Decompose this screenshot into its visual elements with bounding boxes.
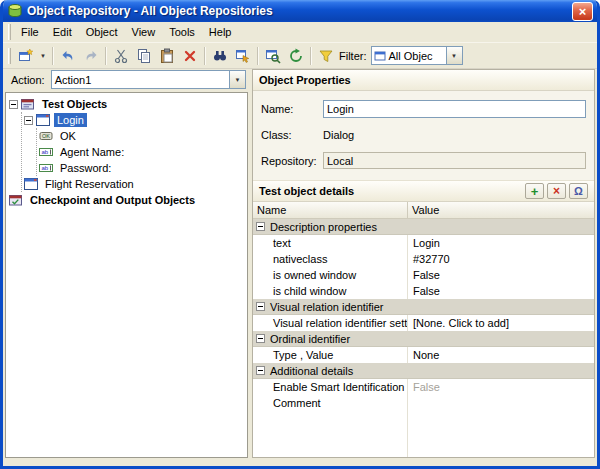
property-value: False <box>408 381 594 393</box>
property-row[interactable]: text Login <box>253 235 594 251</box>
collapse-icon[interactable] <box>9 100 18 109</box>
property-name: is child window <box>253 285 408 297</box>
new-object-button[interactable] <box>14 45 37 67</box>
delete-button[interactable] <box>178 45 201 67</box>
collapse-icon[interactable] <box>256 302 265 311</box>
svg-text:ab: ab <box>42 165 49 171</box>
tree-item-label: Login <box>54 113 87 127</box>
edit-field-icon: ab <box>39 146 54 158</box>
menu-grip[interactable] <box>8 24 11 40</box>
svg-text:OK: OK <box>42 133 50 139</box>
undo-icon <box>60 48 76 64</box>
remove-icon: × <box>553 185 560 197</box>
highlight-in-application-button[interactable] <box>231 45 254 67</box>
property-name: Comment <box>253 397 408 409</box>
cut-button[interactable] <box>109 45 132 67</box>
name-input[interactable] <box>323 100 586 118</box>
locate-in-repository-button[interactable] <box>261 45 284 67</box>
edit-field-icon: ab <box>39 162 54 174</box>
tree-item-login[interactable]: Login <box>24 112 247 128</box>
property-row[interactable]: is owned window False <box>253 267 594 283</box>
menu-object[interactable]: Object <box>79 22 125 42</box>
group-label: Visual relation identifier <box>270 301 384 313</box>
menu-file[interactable]: File <box>14 22 46 42</box>
property-name: is owned window <box>253 269 408 281</box>
menu-tools[interactable]: Tools <box>162 22 202 42</box>
menu-bar: File Edit Object View Tools Help <box>3 22 597 42</box>
group-label: Ordinal identifier <box>270 333 350 345</box>
tree-item-test-objects[interactable]: Test Objects <box>9 96 247 112</box>
find-button[interactable] <box>208 45 231 67</box>
remove-property-button[interactable]: × <box>547 183 566 199</box>
table-header: Name Value <box>253 202 594 219</box>
highlight-icon <box>235 48 251 64</box>
action-combobox-arrow[interactable]: ▼ <box>229 71 245 88</box>
undo-button[interactable] <box>56 45 79 67</box>
menu-edit[interactable]: Edit <box>46 22 79 42</box>
column-header-value[interactable]: Value <box>408 202 594 218</box>
property-value: Login <box>408 237 594 249</box>
property-row[interactable]: Visual relation identifier settings [Non… <box>253 315 594 331</box>
collapse-icon[interactable] <box>256 222 265 231</box>
tree-item-password[interactable]: ab Password: <box>39 160 247 176</box>
toolbar-separator <box>105 47 106 65</box>
restore-default-button[interactable]: Ω <box>569 183 588 199</box>
tree-item-agent-name[interactable]: ab Agent Name: <box>39 144 247 160</box>
tree-item-ok[interactable]: OK OK <box>39 128 247 144</box>
property-group-row[interactable]: Description properties <box>253 219 594 235</box>
filter-button[interactable] <box>314 45 337 67</box>
toolbar-grip[interactable] <box>8 48 11 64</box>
copy-icon <box>136 48 152 64</box>
tree-item-label: OK <box>57 129 79 143</box>
property-row[interactable]: Enable Smart Identification False <box>253 379 594 395</box>
right-panel: Object Properties Name: Class: Dialog Re… <box>252 69 595 458</box>
property-name: nativeclass <box>253 253 408 265</box>
property-value: False <box>408 269 594 281</box>
tree-children-login: OK OK ab <box>36 128 247 176</box>
new-object-dropdown[interactable]: ▼ <box>37 45 49 67</box>
property-group-row[interactable]: Visual relation identifier <box>253 299 594 315</box>
paste-button[interactable] <box>155 45 178 67</box>
close-button[interactable]: × <box>572 2 593 21</box>
title-bar[interactable]: Object Repository - All Object Repositor… <box>3 0 597 22</box>
filter-combobox[interactable]: All Objec ▼ <box>371 46 463 65</box>
redo-icon <box>83 48 99 64</box>
test-objects-icon <box>21 98 36 110</box>
left-panel: Action: Action1 ▼ <box>5 69 248 458</box>
property-row[interactable]: Comment <box>253 395 594 411</box>
tree-item-flight-reservation[interactable]: Flight Reservation <box>24 176 247 192</box>
collapse-icon[interactable] <box>256 334 265 343</box>
new-object-icon <box>18 48 34 64</box>
update-from-application-button[interactable] <box>284 45 307 67</box>
redo-button[interactable] <box>79 45 102 67</box>
property-group-row[interactable]: Ordinal identifier <box>253 331 594 347</box>
property-group-row[interactable]: Additional details <box>253 363 594 379</box>
tree-item-label: Agent Name: <box>57 145 127 159</box>
tree-children-test-objects: Login OK OK <box>21 112 247 192</box>
filter-icon <box>318 48 334 64</box>
property-row[interactable]: Type , Value None <box>253 347 594 363</box>
collapse-icon[interactable] <box>24 116 33 125</box>
window-title: Object Repository - All Object Repositor… <box>27 4 568 18</box>
class-row: Class: Dialog <box>261 125 586 144</box>
column-header-name[interactable]: Name <box>253 202 408 218</box>
property-name: Visual relation identifier settings <box>253 317 408 329</box>
property-row[interactable]: nativeclass #32770 <box>253 251 594 267</box>
repository-label: Repository: <box>261 155 323 167</box>
property-row[interactable]: is child window False <box>253 283 594 299</box>
locate-icon <box>265 48 281 64</box>
toolbar-separator <box>52 47 53 65</box>
copy-button[interactable] <box>132 45 155 67</box>
tree-item-checkpoint-output-objects[interactable]: Checkpoint and Output Objects <box>9 192 247 208</box>
action-combobox[interactable]: Action1 ▼ <box>51 70 246 89</box>
class-label: Class: <box>261 129 323 141</box>
filter-combobox-arrow[interactable]: ▼ <box>446 47 462 64</box>
menu-help[interactable]: Help <box>202 22 239 42</box>
property-value[interactable]: [None. Click to add] <box>408 317 594 329</box>
table-body: Description properties text Login native… <box>253 219 594 457</box>
object-properties-form: Name: Class: Dialog Repository: Local <box>253 91 594 180</box>
dialog-icon <box>24 178 39 190</box>
menu-view[interactable]: View <box>125 22 163 42</box>
add-property-button[interactable]: + <box>525 183 544 199</box>
collapse-icon[interactable] <box>256 366 265 375</box>
